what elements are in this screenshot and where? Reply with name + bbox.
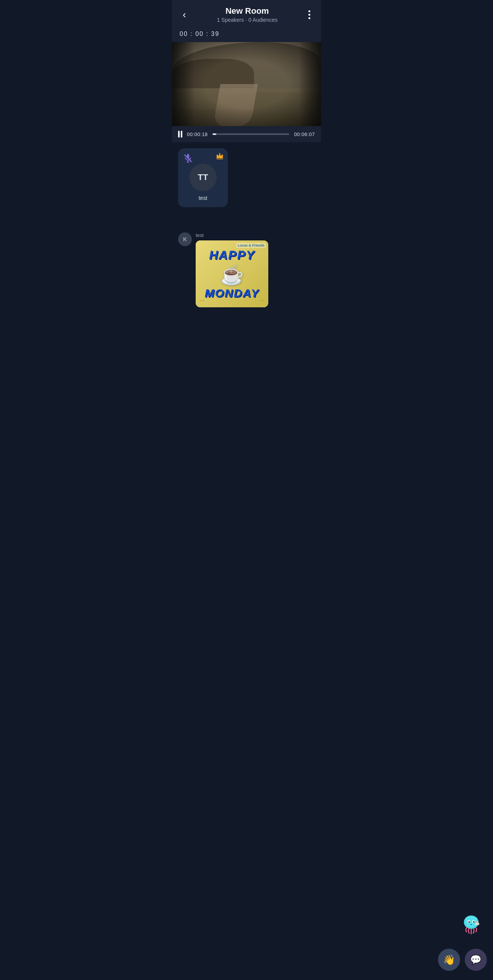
dot-decor-left: • • (200, 299, 204, 303)
room-title: New Room (189, 6, 305, 16)
svg-point-5 (222, 155, 223, 156)
current-time: 00:00:18 (187, 131, 208, 137)
sticker-logo-label: Lucas & Friends (236, 243, 266, 248)
video-frame (172, 42, 321, 126)
header-center: New Room 1 Speakers · 0 Audiences (189, 6, 305, 23)
pause-button[interactable] (178, 131, 182, 138)
sticker-line1: HAPPY (209, 248, 255, 262)
pause-icon (178, 131, 182, 138)
total-time: 00:06:07 (294, 131, 315, 137)
more-options-button[interactable] (305, 9, 313, 21)
chat-content: test Lucas & Friends HAPPY ☕ MONDAY • • … (196, 232, 315, 307)
speaker-name: test (184, 195, 222, 201)
svg-point-3 (219, 153, 221, 154)
header: ‹ New Room 1 Speakers · 0 Audiences (172, 0, 321, 28)
sticker-line2: MONDAY (204, 287, 259, 300)
room-subtitle: 1 Speakers · 0 Audiences (189, 17, 305, 23)
video-area[interactable] (172, 42, 321, 126)
chat-message: K test Lucas & Friends HAPPY ☕ MONDAY • … (178, 232, 315, 307)
more-dots-icon (308, 10, 310, 19)
sticker-image: Lucas & Friends HAPPY ☕ MONDAY • • • • (196, 240, 268, 307)
progress-bar[interactable] (212, 133, 290, 135)
mic-muted-icon (183, 154, 193, 164)
speakers-area: TT test (172, 142, 321, 226)
back-button[interactable]: ‹ (180, 7, 189, 22)
chat-avatar: K (178, 232, 192, 246)
dot-decor-right: • • (260, 299, 264, 303)
speaker-card[interactable]: TT test (178, 148, 228, 207)
timer-bar: 00 : 00 : 39 (172, 28, 321, 42)
player-controls: 00:00:18 00:06:07 (172, 126, 321, 142)
host-badge (216, 152, 224, 162)
timer-display: 00 : 00 : 39 (180, 31, 219, 37)
svg-point-4 (216, 155, 217, 156)
chat-username: test (196, 232, 315, 238)
chat-area: K test Lucas & Friends HAPPY ☕ MONDAY • … (172, 226, 321, 341)
speaker-avatar: TT (189, 164, 217, 191)
sticker-inner: Lucas & Friends HAPPY ☕ MONDAY • • • • (196, 240, 268, 307)
progress-fill (212, 133, 216, 135)
sticker-cup-icon: ☕ (220, 264, 244, 286)
avatar-initials: TT (198, 172, 208, 182)
